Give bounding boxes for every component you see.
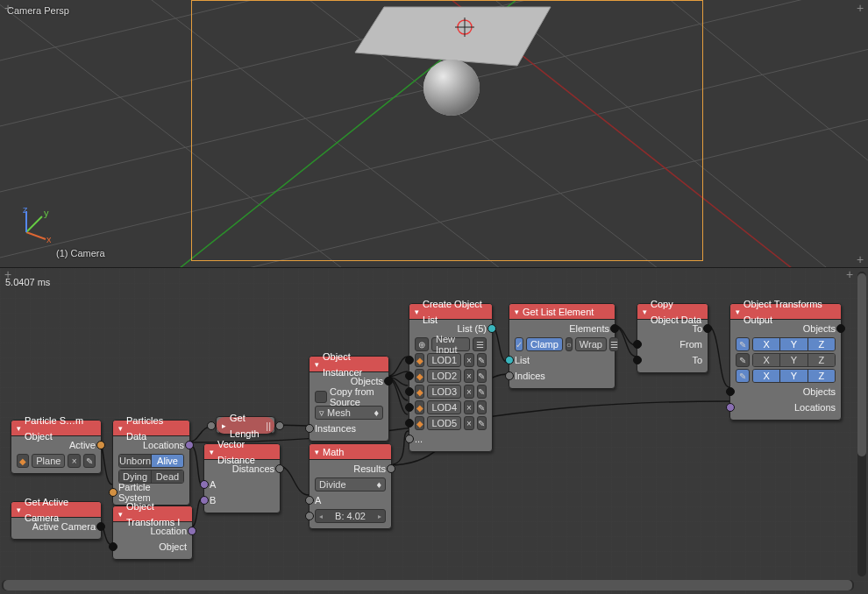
scrollbar-thumb[interactable] (857, 273, 866, 456)
svg-text:z: z (23, 208, 28, 215)
axis-lock-icon[interactable]: ✎ (736, 337, 750, 351)
node-create-object-list[interactable]: ▾Create Object List List (5) ⊕New Input☰… (409, 303, 493, 452)
clamp-button[interactable]: Clamp (526, 337, 563, 351)
socket-label: Objects (803, 323, 836, 334)
socket-label: Objects (803, 386, 836, 397)
object-icon: ◆ (415, 400, 424, 414)
new-input-button[interactable]: New Input (431, 337, 470, 351)
region-split-icon[interactable]: + (845, 270, 854, 279)
axis-gizmo: x y z (16, 208, 51, 243)
math-mode-dropdown[interactable]: Divide♦ (315, 477, 386, 491)
axis-toggle[interactable]: XYZ (752, 353, 836, 367)
socket-label: A (210, 479, 216, 490)
region-split-icon[interactable]: + (4, 4, 12, 12)
type-dropdown[interactable]: ▿Mesh♦ (315, 406, 383, 420)
socket-label: Location (150, 526, 187, 536)
socket-label: List (515, 355, 530, 365)
wrap-checkbox[interactable]: ○ (566, 337, 573, 351)
camera-frame (191, 0, 703, 261)
socket-label: Objects (351, 376, 383, 386)
node-get-list-element[interactable]: ▾Get List Element Elements ✓Clamp ○Wrap … (509, 303, 615, 389)
viewport-3d[interactable]: Camera Persp (1) Camera x y z + + + (0, 0, 868, 267)
socket-label: List (5) (457, 323, 487, 334)
region-split-icon[interactable]: + (4, 270, 12, 279)
socket-label: Locations (143, 440, 184, 450)
socket-label: Instances (315, 423, 356, 434)
label: Copy from Source (330, 386, 383, 407)
axis-lock-icon[interactable]: ✎ (736, 353, 750, 367)
clear-icon[interactable]: × (68, 454, 80, 468)
node-math[interactable]: ▾Math Results Divide♦ A ◂B: 4.02▸ (309, 443, 392, 529)
region-split-icon[interactable]: + (856, 4, 864, 12)
node-title: Get List Element (523, 304, 594, 320)
math-b-field[interactable]: ◂B: 4.02▸ (315, 509, 386, 523)
lod-field[interactable]: LOD1 (427, 353, 461, 367)
object-icon: ◆ (17, 454, 29, 468)
clear-icon[interactable]: × (464, 400, 473, 414)
scrollbar-thumb[interactable] (4, 580, 852, 590)
socket-label: Indices (515, 371, 545, 381)
node-copy-object-data[interactable]: ▾Copy Object Data To From To (637, 303, 708, 373)
lod-field[interactable]: LOD4 (427, 400, 461, 414)
axis-toggle[interactable]: XYZ (752, 337, 836, 351)
particle-state-toggle[interactable]: UnbornAlive (118, 454, 184, 468)
clear-icon[interactable]: × (464, 385, 473, 399)
lod-field[interactable]: LOD3 (427, 385, 461, 399)
socket-label: To (692, 323, 702, 334)
viewport-object-label: (1) Camera (56, 248, 105, 258)
clamp-checkbox[interactable]: ✓ (515, 337, 523, 351)
region-split-icon[interactable]: + (856, 255, 864, 264)
node-vector-distance[interactable]: ▾Vector Distance Distances A B (203, 443, 281, 513)
wrap-button[interactable]: Wrap (575, 337, 607, 351)
scrollbar-vertical[interactable] (857, 272, 866, 576)
node-object-transforms-input[interactable]: ▾Object Transforms I Location Object (112, 506, 193, 560)
socket-label: Locations (794, 402, 836, 413)
node-object-instancer[interactable]: ▾Object Instancer Objects Copy from Sour… (309, 356, 389, 442)
clear-icon[interactable]: × (464, 353, 473, 367)
svg-line-19 (26, 216, 42, 232)
svg-line-18 (26, 232, 46, 239)
node-particle-system-object[interactable]: ▾Particle S…m Object Active ◆ Plane × ✎ (11, 420, 102, 474)
node-particles-data[interactable]: ▾Particles Data Locations UnbornAlive Dy… (112, 420, 190, 506)
eyedropper-icon[interactable]: ✎ (477, 369, 487, 383)
node-editor[interactable]: 5.0407 ms + + ▾Particle S…m Object Activ… (0, 268, 868, 594)
axis-lock-icon[interactable]: ✎ (736, 369, 750, 383)
socket-label: Distances (232, 463, 274, 474)
node-title: Math (323, 444, 344, 460)
socket-label: Active Camera (32, 521, 96, 532)
viewport-camera-label: Camera Persp (7, 5, 69, 16)
socket-label: To (692, 355, 702, 365)
clear-icon[interactable]: × (464, 369, 473, 383)
clear-icon[interactable]: × (464, 416, 473, 430)
object-field[interactable]: Plane (32, 454, 65, 468)
node-get-active-camera[interactable]: ▾Get Active Camera Active Camera (11, 501, 102, 540)
object-icon: ◆ (415, 385, 424, 399)
eyedropper-icon[interactable]: ✎ (83, 454, 96, 468)
eyedropper-icon[interactable]: ✎ (477, 416, 487, 430)
axis-toggle[interactable]: XYZ (752, 369, 836, 383)
node-object-transforms-output[interactable]: ▾Object Transforms Output Objects ✎XYZ ✎… (729, 303, 842, 421)
socket-label: From (679, 339, 702, 350)
socket-label: Object (159, 541, 187, 552)
eyedropper-icon[interactable]: ✎ (477, 353, 487, 367)
menu-icon[interactable]: ☰ (609, 337, 619, 351)
menu-icon[interactable]: ☰ (473, 337, 487, 351)
svg-text:y: y (44, 208, 49, 218)
socket-label: Elements (569, 323, 609, 334)
socket-label: A (315, 495, 321, 506)
eyedropper-icon[interactable]: ✎ (477, 400, 487, 414)
socket-label: ... (415, 434, 423, 444)
object-icon: ◆ (415, 353, 424, 367)
lod-field[interactable]: LOD2 (427, 369, 461, 383)
copy-from-source-checkbox[interactable] (315, 391, 327, 403)
node-get-length[interactable]: ▸Get Length || (216, 416, 275, 434)
lod-field[interactable]: LOD5 (427, 416, 461, 430)
object-icon: ◆ (415, 369, 424, 383)
eyedropper-icon[interactable]: ✎ (477, 385, 487, 399)
socket-label: Results (353, 463, 386, 474)
socket-label: Active (69, 440, 96, 450)
add-icon[interactable]: ⊕ (415, 337, 429, 351)
svg-text:x: x (46, 234, 51, 243)
scrollbar-horizontal[interactable] (2, 580, 854, 590)
socket-label: B (210, 495, 216, 506)
